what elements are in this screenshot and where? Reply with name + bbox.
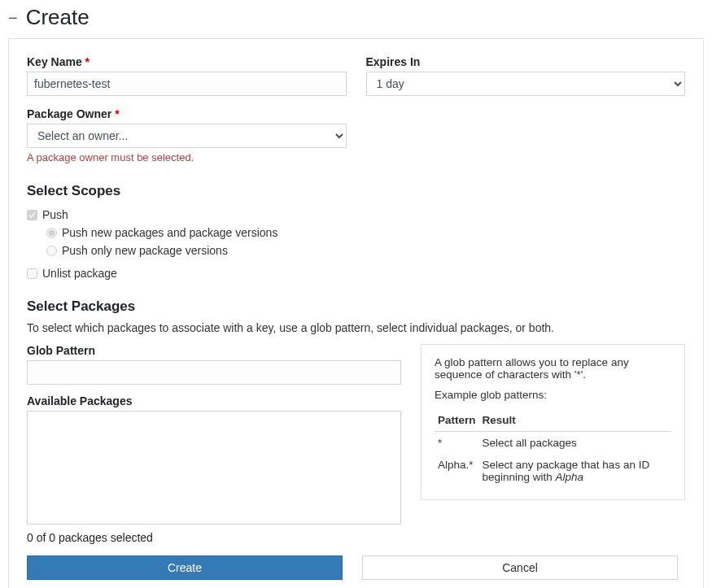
expires-label: Expires In (366, 55, 686, 68)
required-mark: * (115, 107, 119, 120)
required-mark: * (85, 55, 90, 68)
th-result: Result (479, 409, 671, 432)
table-row: Alpha.* Select any package that has an I… (435, 454, 671, 488)
push-versions-radio[interactable] (46, 246, 57, 256)
pattern-table: Pattern Result * Select all packages Alp… (435, 409, 671, 488)
key-name-label: Key Name * (27, 55, 347, 68)
cell-pattern: * (435, 432, 479, 455)
unlist-label: Unlist package (42, 267, 117, 280)
cell-pattern: Alpha.* (435, 454, 479, 488)
scopes-heading: Select Scopes (27, 183, 685, 199)
table-row: * Select all packages (435, 432, 671, 455)
cell-result: Select any package that has an ID beginn… (479, 454, 671, 488)
available-packages-list[interactable] (27, 411, 401, 525)
owner-error: A package owner must be selected. (27, 151, 347, 163)
packages-heading: Select Packages (27, 298, 685, 315)
selection-count: 0 of 0 packages selected (27, 531, 685, 544)
collapse-icon[interactable]: − (8, 10, 18, 26)
owner-label: Package Owner * (27, 107, 347, 120)
create-panel: Key Name * Expires In 1 day Package Owne… (8, 38, 704, 588)
glob-input[interactable] (27, 360, 401, 385)
push-new-all-label: Push new packages and package versions (62, 226, 277, 239)
create-button[interactable]: Create (27, 555, 343, 580)
key-name-input[interactable] (27, 72, 347, 96)
push-versions-label: Push only new package versions (62, 244, 228, 257)
push-checkbox[interactable] (27, 210, 37, 220)
unlist-checkbox[interactable] (27, 268, 37, 279)
hint-p1: A glob pattern allows you to replace any… (435, 356, 671, 381)
owner-label-text: Package Owner (27, 107, 111, 120)
cell-result: Select all packages (479, 432, 671, 455)
cell-result-em: Alpha (556, 471, 584, 483)
push-new-all-radio[interactable] (46, 228, 57, 238)
th-pattern: Pattern (435, 409, 479, 432)
page-title: Create (26, 5, 90, 30)
push-label: Push (42, 208, 68, 221)
glob-label: Glob Pattern (27, 344, 401, 357)
hint-p2: Example glob patterns: (435, 389, 671, 401)
key-name-label-text: Key Name (27, 55, 82, 68)
glob-hint-box: A glob pattern allows you to replace any… (421, 344, 685, 500)
expires-select[interactable]: 1 day (366, 72, 686, 96)
packages-desc: To select which packages to associate wi… (27, 321, 685, 334)
owner-select[interactable]: Select an owner... (27, 124, 347, 148)
cancel-button[interactable]: Cancel (362, 555, 678, 580)
avail-label: Available Packages (27, 394, 401, 407)
